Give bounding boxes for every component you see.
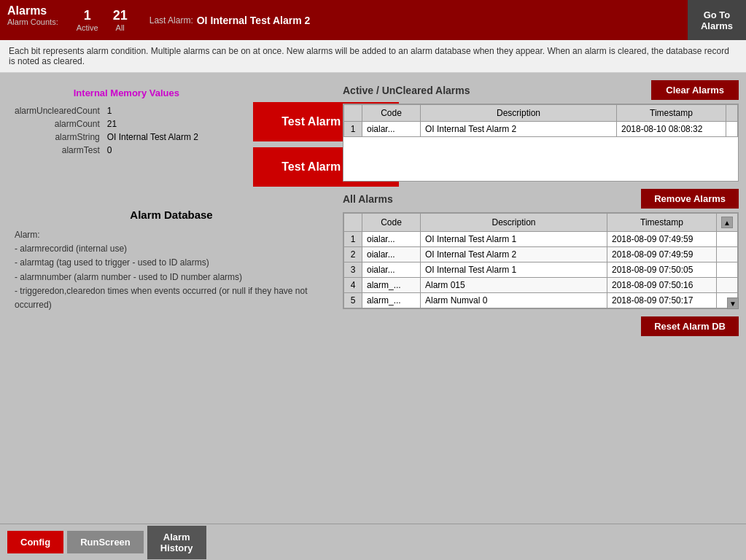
alarm-db-text: Alarm: - alarmrecordid (internal use) - … [15, 228, 328, 312]
all-alarms-table: Code Description Timestamp ▲ [343, 213, 738, 308]
all-table-container: Code Description Timestamp ▲ [343, 212, 739, 309]
active-col-spacer [726, 105, 738, 122]
config-button[interactable]: Config [7, 531, 63, 553]
all-table-body: 1 oialar... OI Internal Test Alarm 1 201… [344, 232, 738, 308]
table-row: 4 alarm_... Alarm 015 2018-08-09 07:50:1… [344, 278, 738, 293]
row-num: 4 [344, 278, 362, 293]
active-table-body: 1 oialar... OI Internal Test Alarm 2 201… [344, 122, 738, 137]
row-num: 3 [344, 262, 362, 278]
memory-rows: alarmUnclearedCount1alarmCount21alarmStr… [15, 106, 238, 155]
memory-row: alarmTest0 [15, 145, 238, 155]
left-panel: Internal Memory Values alarmUnclearedCou… [7, 80, 335, 336]
row-code: oialar... [362, 122, 421, 137]
runscreen-button[interactable]: RunScreen [67, 531, 144, 553]
row-spacer [717, 232, 738, 247]
memory-row-label: alarmCount [55, 119, 107, 129]
all-col-desc: Description [421, 214, 607, 232]
row-desc: OI Internal Test Alarm 2 [421, 122, 617, 137]
row-ts: 2018-08-09 07:50:17 [607, 293, 717, 308]
all-alarms-header: All Alarms Remove Alarms [343, 189, 739, 209]
memory-row-value: OI Internal Test Alarm 2 [107, 132, 238, 142]
active-col-num [344, 105, 362, 122]
scroll-up-button[interactable]: ▲ [721, 217, 733, 228]
row-code: oialar... [362, 262, 421, 278]
alarm-db-section: Alarm Database Alarm: - alarmrecordid (i… [7, 201, 335, 319]
app-title: Alarms [7, 4, 58, 18]
row-desc: OI Internal Test Alarm 1 [421, 232, 607, 247]
header-counts: 1 Active 21 All [66, 0, 139, 40]
row-ts: 2018-08-09 07:50:16 [607, 278, 717, 293]
header: Alarms Alarm Counts: 1 Active 21 All Las… [0, 0, 746, 40]
alarm-db-title: Alarm Database [15, 209, 328, 221]
goto-alarms-button[interactable]: Go ToAlarms [688, 0, 746, 40]
table-row: 1 oialar... OI Internal Test Alarm 2 201… [344, 122, 738, 137]
active-count-block: 1 Active [77, 8, 98, 32]
info-bar: Each bit represents alarm condition. Mul… [0, 40, 746, 73]
row-ts: 2018-08-09 07:49:59 [607, 247, 717, 262]
active-table-wrapper: Code Description Timestamp 1 oialar... O… [343, 104, 739, 182]
active-col-code: Code [362, 105, 421, 122]
all-label: All [113, 23, 128, 32]
active-alarms-header: Active / UnCleared Alarms Clear Alarms [343, 80, 739, 100]
row-desc: OI Internal Test Alarm 1 [421, 262, 607, 278]
row-ts: 2018-08-09 07:50:05 [607, 262, 717, 278]
all-table-scroll: Code Description Timestamp ▲ [343, 212, 739, 309]
alarm-db-line: - alarmtag (tag used to trigger - used t… [15, 256, 328, 270]
row-desc: OI Internal Test Alarm 2 [421, 247, 607, 262]
active-alarms-title: Active / UnCleared Alarms [343, 85, 470, 96]
left-top: Internal Memory Values alarmUnclearedCou… [7, 80, 335, 187]
active-col-ts: Timestamp [617, 105, 726, 122]
all-col-ts: Timestamp [607, 214, 717, 232]
clear-alarms-button[interactable]: Clear Alarms [651, 80, 739, 100]
active-table-header-row: Code Description Timestamp [344, 105, 738, 122]
reset-alarm-db-button[interactable]: Reset Alarm DB [641, 316, 739, 336]
row-code: oialar... [362, 232, 421, 247]
row-code: oialar... [362, 247, 421, 262]
memory-row-label: alarmTest [62, 145, 107, 155]
alarm-history-button[interactable]: AlarmHistory [147, 526, 206, 559]
info-text: Each bit represents alarm condition. Mul… [9, 46, 729, 66]
row-spacer [717, 262, 738, 278]
all-count: 21 [113, 8, 128, 23]
main-content: Internal Memory Values alarmUnclearedCou… [0, 73, 746, 343]
last-alarm-value: OI Internal Test Alarm 2 [197, 15, 311, 26]
memory-row: alarmCount21 [15, 119, 238, 129]
header-alarms-section: Alarms Alarm Counts: [0, 0, 66, 40]
all-alarms-section: All Alarms Remove Alarms Code Descriptio… [343, 189, 739, 309]
footer: Config RunScreen AlarmHistory [0, 524, 746, 560]
reset-btn-area: Reset Alarm DB [343, 316, 739, 336]
row-desc: Alarm 015 [421, 278, 607, 293]
scroll-down-button[interactable]: ▼ [727, 298, 739, 309]
row-code: alarm_... [362, 293, 421, 308]
alarm-db-line: - triggeredon,clearedon times when event… [15, 284, 328, 312]
active-label: Active [77, 23, 98, 32]
active-table-empty [343, 137, 738, 181]
row-num: 2 [344, 247, 362, 262]
memory-row-value: 1 [107, 106, 238, 116]
row-ts: 2018-08-10 08:08:32 [617, 122, 726, 137]
alarm-counts-label: Alarm Counts: [7, 18, 58, 26]
alarm-db-line: - alarmnumber (alarm number - used to ID… [15, 271, 328, 284]
remove-alarms-button[interactable]: Remove Alarms [641, 189, 739, 209]
all-table-header-row: Code Description Timestamp ▲ [344, 214, 738, 232]
alarm-db-line: - alarmrecordid (internal use) [15, 242, 328, 256]
table-row: 3 oialar... OI Internal Test Alarm 1 201… [344, 262, 738, 278]
memory-title: Internal Memory Values [15, 88, 238, 98]
memory-row-value: 0 [107, 145, 238, 155]
table-row: 2 oialar... OI Internal Test Alarm 2 201… [344, 247, 738, 262]
row-num: 1 [344, 232, 362, 247]
memory-row-value: 21 [107, 119, 238, 129]
all-col-scroll: ▲ [717, 214, 738, 232]
all-col-num [344, 214, 362, 232]
table-row: 1 oialar... OI Internal Test Alarm 1 201… [344, 232, 738, 247]
all-count-block: 21 All [113, 8, 128, 32]
memory-row: alarmStringOI Internal Test Alarm 2 [15, 132, 238, 142]
all-alarms-title: All Alarms [343, 193, 393, 205]
active-alarms-table: Code Description Timestamp 1 oialar... O… [343, 104, 738, 137]
row-spacer [726, 122, 738, 137]
row-num: 5 [344, 293, 362, 308]
memory-row-label: alarmUnclearedCount [15, 106, 107, 116]
all-table-head: Code Description Timestamp ▲ [344, 214, 738, 232]
row-code: alarm_... [362, 278, 421, 293]
table-row: 5 alarm_... Alarm Numval 0 2018-08-09 07… [344, 293, 738, 308]
